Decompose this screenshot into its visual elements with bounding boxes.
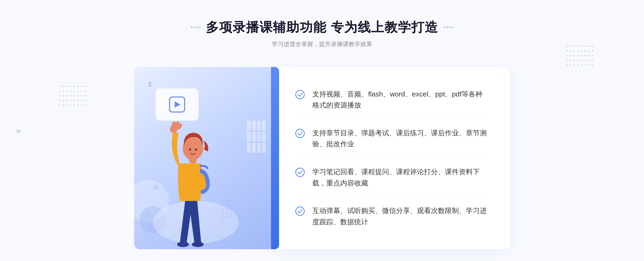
svg-point-27 [296,207,304,215]
svg-point-9 [230,208,232,210]
svg-point-23 [192,242,204,247]
check-icon-4 [295,206,305,216]
nav-arrows-left[interactable]: » [16,126,21,135]
svg-point-24 [296,90,304,99]
feature-item-1: 支持视频、音频、flash、word、excel、ppt、pdf等各种格式的资源… [295,83,488,117]
feature-item-4: 互动弹幕、试听购买、微信分享、观看次数限制、学习进度跟踪、数据统计 [295,200,488,233]
bg-dots-right [566,46,593,67]
feature-text-2: 支持章节目录、弹题考试、课后练习、课后作业、章节测验、批改作业 [312,128,488,150]
svg-point-4 [222,204,224,206]
chevron-right-icon[interactable]: » [16,126,21,135]
sparkle-decoration [149,82,151,87]
svg-point-3 [230,200,232,202]
bg-dots-left [59,86,86,107]
svg-point-8 [226,208,228,210]
main-content: « [134,62,510,255]
person-illustration: « [148,94,250,249]
svg-point-26 [296,168,304,177]
svg-point-6 [230,204,232,206]
check-icon-3 [295,167,305,177]
feature-item-2: 支持章节目录、弹题考试、课后练习、课后作业、章节测验、批改作业 [295,122,488,155]
svg-point-5 [226,204,228,206]
decorator-dots-left [191,27,200,28]
svg-point-1 [222,200,224,202]
svg-point-13 [222,216,224,218]
svg-point-11 [226,212,228,214]
svg-point-21 [195,148,197,151]
svg-point-14 [226,216,228,218]
svg-point-25 [296,129,304,138]
header-decorators: 多项录播课辅助功能 专为线上教学打造 [191,19,453,36]
svg-text:«: « [153,180,159,193]
deco-stripes [247,121,266,153]
feature-item-3: 学习笔记回看、课程提问、课程评论打分、课件资料下载，重点内容收藏 [295,161,488,194]
check-icon-2 [295,129,305,138]
sub-title: 学习进度全掌握，提升录播课教学效果 [191,40,453,48]
feature-text-4: 互动弹幕、试听购买、微信分享、观看次数限制、学习进度跟踪、数据统计 [312,205,488,228]
feature-text-3: 学习笔记回看、课程提问、课程评论打分、课件资料下载，重点内容收藏 [312,166,488,189]
svg-point-20 [189,148,191,151]
svg-point-15 [230,216,232,218]
blue-bar [271,67,279,249]
svg-point-22 [177,242,189,247]
svg-point-12 [230,212,232,214]
page-container: » 多项录播课辅助功能 专为线上教学打造 学习进度全掌握，提升录播课教学效果 [0,0,644,261]
svg-point-2 [226,200,228,202]
decorator-dots-right [444,27,453,28]
header-section: 多项录播课辅助功能 专为线上教学打造 学习进度全掌握，提升录播课教学效果 [191,0,453,48]
features-panel: 支持视频、音频、flash、word、excel、ppt、pdf等各种格式的资源… [274,67,510,249]
svg-point-7 [222,208,224,210]
main-title: 多项录播课辅助功能 专为线上教学打造 [206,19,438,36]
illustration-card: « [134,67,274,249]
svg-point-10 [222,212,224,214]
check-icon-1 [295,90,305,99]
feature-text-1: 支持视频、音频、flash、word、excel、ppt、pdf等各种格式的资源… [312,89,488,111]
